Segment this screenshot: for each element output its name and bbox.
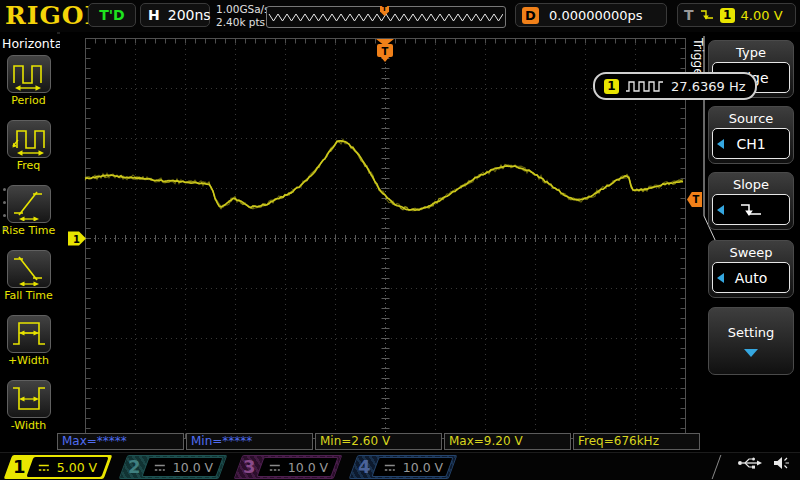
left-menu-title: Horizontal [2,36,66,51]
menu-item-neg-width[interactable]: -Width [0,380,57,432]
fall-time-icon [7,250,51,288]
menu-page-dots [3,188,6,240]
delay-value: 0.00000000ps [549,8,643,23]
trigger-status-indicator: T'D [88,3,136,27]
falling-edge-icon [738,201,764,218]
trigger-info-box[interactable]: T 1 4.00 V [677,3,796,27]
minus-width-icon [7,380,51,418]
acquisition-info: 1.00GSa/s 2.40k pts [216,3,270,29]
trigger-level-value: 4.00 V [741,8,783,23]
system-status-icons [737,456,790,470]
falling-edge-icon [700,8,714,22]
memory-depth: 2.40k pts [216,16,270,29]
trigger-position-marker[interactable]: T [376,39,394,62]
channel-4-indicator[interactable]: 4 10.0 V [347,455,459,479]
plus-width-icon [7,315,51,353]
menu-item-pos-width[interactable]: +Width [0,315,57,367]
chevron-down-icon [744,349,758,357]
svg-text:T: T [382,46,389,57]
ch1-waveform-trace [85,139,683,211]
measurement-max-ch1[interactable]: Max=9.20 V [444,433,571,450]
menu-item-trigger-sweep[interactable]: Sweep Auto [708,240,794,298]
delay-box[interactable]: D 0.00000000ps [515,3,667,27]
channel-3-indicator[interactable]: 3 10.0 V [232,455,344,479]
menu-item-rise-time[interactable]: Rise Time [0,185,57,237]
measurement-max-ch2[interactable]: Max=***** [57,433,184,450]
menu-item-trigger-setting[interactable]: Setting [708,307,794,375]
channel-1-indicator[interactable]: 1 5.00 V [2,455,114,479]
softkey-arrow-icon [717,273,724,283]
counter-channel-badge: 1 [604,79,619,94]
beeper-icon [773,456,790,470]
horizontal-timebase-box[interactable]: H 200ns [140,3,210,27]
horizontal-measure-menu: Horizontal Period [0,32,57,451]
dc-coupling-icon [38,463,50,471]
channel-2-indicator[interactable]: 2 10.0 V [117,455,229,479]
menu-item-trigger-source[interactable]: Source CH1 [708,106,794,164]
measurement-results-row: Max=***** Min=***** Min=2.60 V Max=9.20 … [57,433,700,450]
usb-icon [737,456,763,470]
channel-status-bar: 1 5.00 V 2 1 [0,452,800,480]
measurement-freq-ch1[interactable]: Freq=676kHz [573,433,700,450]
menu-item-period[interactable]: Period [0,55,57,107]
menu-item-trigger-slope[interactable]: Slope [708,172,794,230]
trigger-label: T [684,7,694,23]
softkey-arrow-icon [717,139,724,149]
counter-frequency-value: 27.6369 Hz [671,79,746,94]
sample-rate: 1.00GSa/s [216,3,270,16]
softkey-arrow-icon [717,205,724,215]
top-status-bar: RIGOL T'D H 200ns 1.00GSa/s 2.40k pts T … [0,0,800,34]
dc-coupling-icon [384,463,396,471]
oscilloscope-screen: RIGOL T'D H 200ns 1.00GSa/s 2.40k pts T … [0,0,800,480]
waveform-preview-strip[interactable]: T [266,6,506,28]
measurement-min-ch2[interactable]: Min=***** [186,433,313,450]
square-wave-icon [625,80,665,93]
dc-coupling-icon [154,463,166,471]
menu-item-freq[interactable]: Freq [0,120,57,172]
graticule [86,39,686,439]
dc-coupling-icon [269,463,281,471]
channel-1-level-marker[interactable]: 1 [68,232,86,246]
horizontal-label: H [148,7,160,23]
svg-text:1: 1 [73,234,80,245]
freq-icon [7,120,51,158]
status-divider [712,455,732,479]
timebase-value: 200ns [168,7,211,23]
frequency-counter-readout: 1 27.6369 Hz [593,72,757,100]
waveform-display[interactable]: T 1 1 27.6369 Hz [60,32,690,451]
delay-icon: D [522,7,539,24]
menu-item-fall-time[interactable]: Fall Time [0,250,57,302]
rise-time-icon [7,185,51,223]
measurement-min-ch1[interactable]: Min=2.60 V [315,433,442,450]
trigger-source-badge: 1 [720,8,735,23]
period-icon [7,55,51,93]
